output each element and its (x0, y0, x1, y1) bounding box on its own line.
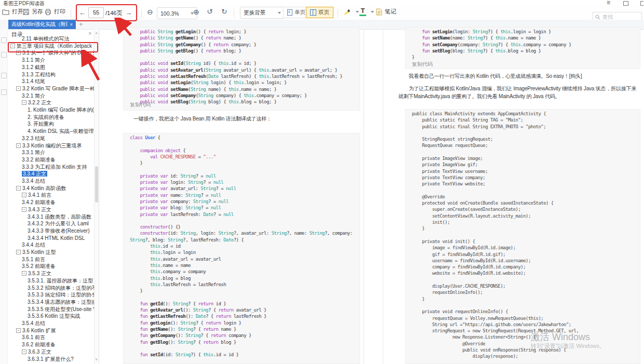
toc-item[interactable]: 3.5.3.5 使用处型变(Use-site V (0, 306, 94, 313)
toc-item[interactable]: 3.2.3 结尾 (0, 135, 94, 142)
toc-item[interactable]: 3.4.3.3 带接收者(Receiver) (0, 227, 94, 235)
collapse-icon[interactable]: - (16, 143, 21, 148)
change-background-button[interactable]: 更换背景 (240, 7, 285, 19)
collapse-icon[interactable]: - (16, 186, 21, 191)
toc-item-label: 2. 实战前的准备 (28, 114, 64, 120)
toc-item[interactable]: 3.5.1 前言 (0, 256, 94, 263)
toc-item[interactable]: 3.6.2 前期准备 (0, 341, 94, 348)
collapse-icon[interactable]: - (16, 250, 21, 254)
toc-item-label: 3.5.3.2 招聘的故事：泛型的不 (28, 285, 94, 291)
toc-item[interactable]: 3.5.3.2 招聘的故事：泛型的不 (0, 285, 94, 292)
toc-item[interactable]: -3.6 Kotlin 扩展 (0, 327, 94, 334)
toc-item[interactable]: -3.5 Kotlin 泛型 (0, 249, 94, 256)
toc-item-label: 3.3.1 简介 (22, 150, 45, 155)
window-edge-icon[interactable] (640, 1, 643, 6)
zoom-level-dropdown[interactable]: 100.3% (157, 7, 197, 19)
copy-code-link[interactable]: 复制代码 (130, 101, 151, 109)
collapse-icon[interactable]: - (22, 100, 26, 105)
toc-item[interactable]: 3.5.3.3 搞定招聘：泛型的协变 (0, 291, 94, 299)
save-icon (23, 9, 29, 15)
text-tool-button[interactable]: T (359, 8, 374, 16)
toc-item-label: 3.5 Kotlin 泛型 (22, 249, 56, 255)
toc-item[interactable]: 2. 实战前的准备 (0, 114, 94, 121)
toc-item[interactable]: 3.3.4 总结 (0, 178, 94, 185)
rotate-left-icon[interactable]: ↺ (207, 8, 213, 15)
toc-item[interactable]: 3.4.3.4 HTML Kotlin DSL (0, 235, 94, 242)
toc-item[interactable]: 3.3.4 正文 (0, 170, 94, 178)
collapse-icon[interactable]: - (16, 328, 21, 333)
toc-item[interactable]: 1. Kotlin 编写 Gradle 脚本的( (0, 106, 94, 114)
print-button[interactable]: 打印 (45, 8, 65, 16)
annotation-arrow-sidebar (78, 50, 101, 83)
single-page-icon (287, 9, 292, 16)
highlighter-tool-button[interactable] (343, 8, 359, 16)
toc-item[interactable]: -3.3 Kotlin 编程的三重境界 (0, 142, 94, 150)
toc-item[interactable]: -3.5.3 正文 (0, 270, 94, 277)
tab-close-icon[interactable]: × (70, 22, 73, 28)
toc-item[interactable]: 3.5.3.1. 遥控器的故事：泛型 (0, 277, 94, 285)
toc-item[interactable]: 3.4.2 前期准备 (0, 199, 94, 206)
toc-item-label: 4. Kotlin DSL 实战--依赖管理 (28, 128, 93, 134)
open-button[interactable]: 打开 (2, 8, 23, 16)
chevron-down-icon (356, 11, 359, 13)
toc-item[interactable]: -3.4.1 前言 (0, 192, 94, 199)
toc-item[interactable]: -3.4 Kotlin 高阶函数 (0, 185, 94, 192)
toc-item-label: 3.5.3.4 填志愿的故事：泛型的 (28, 299, 94, 305)
toc-item[interactable]: 3.5.2 前期准备 (0, 263, 94, 270)
toc-item[interactable]: -3.2 Kotlin 写 Gradle 脚本是一种什么体验 (0, 85, 94, 92)
toc-item-label: 3.6.3 正文 (28, 349, 51, 355)
copy-code-link[interactable]: 复制代码 (412, 61, 433, 68)
collapse-icon[interactable]: - (22, 193, 26, 197)
chevron-down-icon (371, 11, 374, 13)
toc-item[interactable]: 3. 开始重构 (0, 120, 94, 128)
toc-item-label: 3.5.4 总结 (22, 320, 45, 326)
double-page-toggle[interactable]: 双页 (306, 7, 333, 18)
note-button[interactable]: 笔记 (376, 8, 396, 16)
toc-item[interactable]: -3.6.3 正文 (0, 348, 94, 356)
toc-item[interactable]: 3.5.4 总结 (0, 320, 94, 327)
toc-item[interactable]: 3.5.3.4 填志愿的故事：泛型的 (0, 299, 94, 306)
toc-item[interactable]: 3.3.1 简介 (0, 149, 94, 156)
toc-item[interactable]: 3.6.3.1 扩展是什么? (0, 356, 94, 363)
toc-item[interactable]: 3.2.1 简介 (0, 92, 94, 100)
toc-item-label: 3.3 Kotlin 编程的三重境界 (22, 143, 82, 149)
toc-item[interactable]: -3.2.2 正文 (0, 99, 94, 106)
note-icon (376, 8, 382, 16)
collapse-icon[interactable]: - (22, 271, 26, 276)
document-tab[interactable]: 高级Kotlin强化实战（附Demo × (8, 20, 76, 29)
toc-item-label: 3.4.1 前言 (28, 192, 51, 198)
double-page-icon (310, 9, 316, 16)
toc-item[interactable]: 4. Kotlin DSL 实战--依赖管理 (0, 128, 94, 135)
toc-item-label: 3.4.3.2 为什么要引入 Laml (28, 221, 89, 226)
toc-item-label: 3.2.1 简介 (22, 93, 45, 99)
collapse-icon[interactable]: - (22, 207, 26, 212)
scroll-up-icon[interactable]: ∧ (95, 31, 98, 35)
collapse-icon[interactable]: - (22, 349, 26, 354)
new-tab-button[interactable]: + (79, 20, 83, 28)
toolbar-separator (338, 9, 338, 18)
collapse-icon[interactable]: - (16, 86, 21, 91)
zoom-in-icon[interactable]: ⊕ (193, 8, 199, 16)
toc-item-label: 3.4.3.1 函数类型，高阶函数 (28, 214, 91, 220)
folder-open-icon (2, 9, 9, 15)
rotate-right-icon[interactable]: ↻ (221, 8, 227, 15)
toc-item-label: 3.2 Kotlin 写 Gradle 脚本是一种什么体验 (22, 86, 94, 91)
toc-item[interactable]: 3.3.2 前期准备 (0, 156, 94, 164)
toc-item[interactable]: -3.4.3 正文 (0, 206, 94, 213)
paragraph: 一键操作，我把这个 Java Bean 用 Kotlin 语法翻译成了这样： (123, 115, 361, 123)
save-as-button[interactable]: 另存 (23, 8, 43, 16)
scroll-down-icon[interactable]: ∨ (95, 357, 98, 361)
toc-item[interactable]: 3.5.3.6 Kotlin 泛型实战 (0, 313, 94, 320)
toc-item-label: 3.5.2 前期准备 (22, 263, 56, 269)
restore-window-icon[interactable] (623, 1, 628, 6)
zoom-out-icon[interactable]: ⊖ (147, 8, 153, 16)
menu-icon[interactable]: ≡ (607, 0, 610, 5)
toc-item-label: 3.4 Kotlin 高阶函数 (22, 185, 66, 191)
toc-item[interactable]: 3.4.3.1 函数类型，高阶函数 (0, 213, 94, 221)
toc-item[interactable]: 3.3.3 为工程添加 Kotlin 支持 (0, 164, 94, 171)
toc-item[interactable]: 2.11 单例模式的写法 (0, 35, 94, 43)
toc-item[interactable]: 3.6.1 前言 (0, 334, 94, 341)
toc-item[interactable]: 3.4.3.2 为什么要引入 Laml (0, 220, 94, 227)
sidebar-scrollbar-thumb[interactable] (95, 166, 98, 203)
toc-item[interactable]: 3.4.4 总结 (0, 241, 94, 249)
